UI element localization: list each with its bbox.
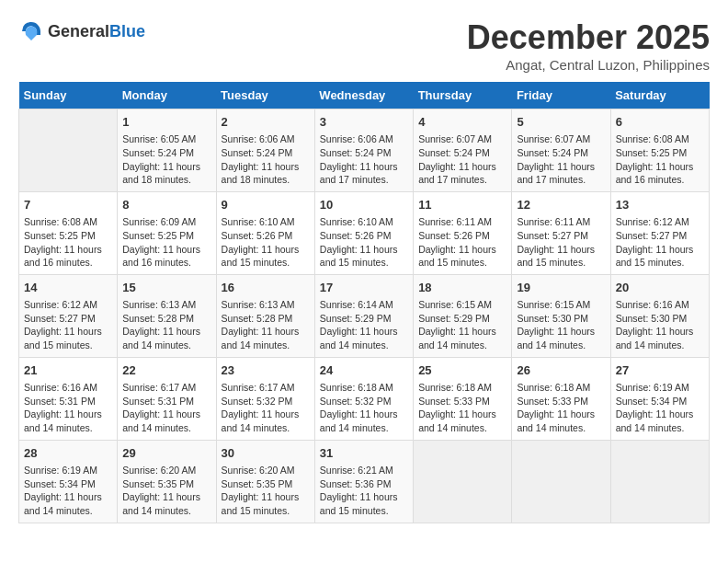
- day-info: Sunrise: 6:15 AMSunset: 5:29 PMDaylight:…: [418, 298, 506, 352]
- calendar-cell: 3Sunrise: 6:06 AMSunset: 5:24 PMDaylight…: [314, 109, 413, 192]
- day-number: 29: [122, 445, 210, 462]
- day-info: Sunrise: 6:18 AMSunset: 5:33 PMDaylight:…: [418, 381, 506, 435]
- day-info: Sunrise: 6:06 AMSunset: 5:24 PMDaylight:…: [222, 132, 310, 187]
- day-info: Sunrise: 6:10 AMSunset: 5:26 PMDaylight:…: [222, 215, 310, 270]
- day-info: Sunrise: 6:12 AMSunset: 5:27 PMDaylight:…: [24, 298, 112, 352]
- week-row-3: 14Sunrise: 6:12 AMSunset: 5:27 PMDayligh…: [19, 274, 710, 357]
- day-info: Sunrise: 6:10 AMSunset: 5:26 PMDaylight:…: [320, 215, 408, 270]
- day-number: 23: [222, 362, 310, 379]
- header-row: SundayMondayTuesdayWednesdayThursdayFrid…: [19, 82, 710, 109]
- calendar-cell: 11Sunrise: 6:11 AMSunset: 5:26 PMDayligh…: [414, 191, 512, 274]
- calendar-cell: 12Sunrise: 6:11 AMSunset: 5:27 PMDayligh…: [512, 191, 610, 274]
- calendar-cell: 6Sunrise: 6:08 AMSunset: 5:25 PMDaylight…: [610, 109, 709, 192]
- calendar-cell: 26Sunrise: 6:18 AMSunset: 5:33 PMDayligh…: [512, 357, 610, 440]
- calendar-cell: 8Sunrise: 6:09 AMSunset: 5:25 PMDaylight…: [118, 191, 216, 274]
- calendar-cell: 2Sunrise: 6:06 AMSunset: 5:24 PMDaylight…: [216, 109, 314, 192]
- day-number: 3: [320, 114, 408, 131]
- calendar-cell: [414, 440, 512, 523]
- calendar-cell: 7Sunrise: 6:08 AMSunset: 5:25 PMDaylight…: [19, 191, 118, 274]
- day-info: Sunrise: 6:15 AMSunset: 5:30 PMDaylight:…: [517, 298, 605, 352]
- day-number: 19: [517, 280, 605, 296]
- calendar-cell: 9Sunrise: 6:10 AMSunset: 5:26 PMDaylight…: [216, 191, 314, 274]
- logo-blue-text: Blue: [109, 22, 145, 40]
- day-info: Sunrise: 6:07 AMSunset: 5:24 PMDaylight:…: [517, 132, 605, 187]
- day-number: 21: [24, 362, 112, 379]
- day-number: 27: [616, 362, 704, 379]
- main-title: December 2025: [467, 18, 710, 57]
- day-header-thursday: Thursday: [414, 82, 512, 109]
- day-number: 22: [122, 362, 210, 379]
- day-info: Sunrise: 6:18 AMSunset: 5:32 PMDaylight:…: [320, 381, 408, 435]
- day-number: 26: [517, 362, 605, 379]
- day-number: 17: [320, 280, 408, 296]
- calendar-cell: 16Sunrise: 6:13 AMSunset: 5:28 PMDayligh…: [216, 274, 314, 357]
- day-info: Sunrise: 6:16 AMSunset: 5:30 PMDaylight:…: [616, 298, 704, 352]
- day-info: Sunrise: 6:16 AMSunset: 5:31 PMDaylight:…: [24, 381, 112, 435]
- calendar-cell: 30Sunrise: 6:20 AMSunset: 5:35 PMDayligh…: [216, 440, 314, 523]
- header: GeneralBlue December 2025 Angat, Central…: [18, 18, 710, 73]
- calendar-cell: 31Sunrise: 6:21 AMSunset: 5:36 PMDayligh…: [314, 440, 413, 523]
- logo-icon: [18, 18, 44, 44]
- calendar-cell: 17Sunrise: 6:14 AMSunset: 5:29 PMDayligh…: [314, 274, 413, 357]
- day-header-friday: Friday: [512, 82, 610, 109]
- day-info: Sunrise: 6:17 AMSunset: 5:31 PMDaylight:…: [122, 381, 210, 435]
- day-number: 5: [517, 114, 605, 131]
- logo-general-text: General: [48, 22, 109, 40]
- week-row-4: 21Sunrise: 6:16 AMSunset: 5:31 PMDayligh…: [19, 357, 710, 440]
- day-number: 25: [418, 362, 506, 379]
- day-info: Sunrise: 6:19 AMSunset: 5:34 PMDaylight:…: [24, 464, 112, 518]
- day-info: Sunrise: 6:20 AMSunset: 5:35 PMDaylight:…: [122, 464, 210, 518]
- calendar-cell: 13Sunrise: 6:12 AMSunset: 5:27 PMDayligh…: [610, 191, 709, 274]
- day-number: 13: [616, 197, 704, 213]
- day-header-saturday: Saturday: [610, 82, 709, 109]
- day-header-sunday: Sunday: [19, 82, 118, 109]
- calendar-cell: 5Sunrise: 6:07 AMSunset: 5:24 PMDaylight…: [512, 109, 610, 192]
- day-header-wednesday: Wednesday: [314, 82, 413, 109]
- calendar-cell: 18Sunrise: 6:15 AMSunset: 5:29 PMDayligh…: [414, 274, 512, 357]
- day-number: 1: [122, 114, 210, 131]
- day-info: Sunrise: 6:06 AMSunset: 5:24 PMDaylight:…: [320, 132, 408, 187]
- day-info: Sunrise: 6:11 AMSunset: 5:27 PMDaylight:…: [517, 215, 605, 270]
- day-header-monday: Monday: [118, 82, 216, 109]
- day-info: Sunrise: 6:13 AMSunset: 5:28 PMDaylight:…: [222, 298, 310, 352]
- calendar-cell: 19Sunrise: 6:15 AMSunset: 5:30 PMDayligh…: [512, 274, 610, 357]
- day-info: Sunrise: 6:18 AMSunset: 5:33 PMDaylight:…: [517, 381, 605, 435]
- day-number: 28: [24, 445, 112, 462]
- calendar-table: SundayMondayTuesdayWednesdayThursdayFrid…: [18, 82, 710, 523]
- day-number: 16: [222, 280, 310, 296]
- title-area: December 2025 Angat, Central Luzon, Phil…: [467, 18, 710, 73]
- day-number: 20: [616, 280, 704, 296]
- calendar-cell: [19, 109, 118, 192]
- day-number: 31: [320, 445, 408, 462]
- day-number: 10: [320, 197, 408, 213]
- calendar-cell: 15Sunrise: 6:13 AMSunset: 5:28 PMDayligh…: [118, 274, 216, 357]
- day-info: Sunrise: 6:08 AMSunset: 5:25 PMDaylight:…: [24, 215, 112, 270]
- day-info: Sunrise: 6:13 AMSunset: 5:28 PMDaylight:…: [122, 298, 210, 352]
- calendar-cell: 4Sunrise: 6:07 AMSunset: 5:24 PMDaylight…: [414, 109, 512, 192]
- day-number: 11: [418, 197, 506, 213]
- calendar-cell: 29Sunrise: 6:20 AMSunset: 5:35 PMDayligh…: [118, 440, 216, 523]
- day-info: Sunrise: 6:09 AMSunset: 5:25 PMDaylight:…: [122, 215, 210, 270]
- day-number: 12: [517, 197, 605, 213]
- day-number: 6: [616, 114, 704, 131]
- calendar-cell: 10Sunrise: 6:10 AMSunset: 5:26 PMDayligh…: [314, 191, 413, 274]
- day-info: Sunrise: 6:17 AMSunset: 5:32 PMDaylight:…: [222, 381, 310, 435]
- day-number: 18: [418, 280, 506, 296]
- day-number: 4: [418, 114, 506, 131]
- day-number: 30: [222, 445, 310, 462]
- day-info: Sunrise: 6:11 AMSunset: 5:26 PMDaylight:…: [418, 215, 506, 270]
- calendar-cell: 24Sunrise: 6:18 AMSunset: 5:32 PMDayligh…: [314, 357, 413, 440]
- calendar-cell: 28Sunrise: 6:19 AMSunset: 5:34 PMDayligh…: [19, 440, 118, 523]
- calendar-cell: 23Sunrise: 6:17 AMSunset: 5:32 PMDayligh…: [216, 357, 314, 440]
- day-info: Sunrise: 6:21 AMSunset: 5:36 PMDaylight:…: [320, 464, 408, 518]
- calendar-cell: [512, 440, 610, 523]
- day-info: Sunrise: 6:08 AMSunset: 5:25 PMDaylight:…: [616, 132, 704, 187]
- day-number: 14: [24, 280, 112, 296]
- calendar-cell: 27Sunrise: 6:19 AMSunset: 5:34 PMDayligh…: [610, 357, 709, 440]
- day-header-tuesday: Tuesday: [216, 82, 314, 109]
- calendar-cell: 20Sunrise: 6:16 AMSunset: 5:30 PMDayligh…: [610, 274, 709, 357]
- calendar-cell: [610, 440, 709, 523]
- day-info: Sunrise: 6:07 AMSunset: 5:24 PMDaylight:…: [418, 132, 506, 187]
- day-info: Sunrise: 6:12 AMSunset: 5:27 PMDaylight:…: [616, 215, 704, 270]
- week-row-2: 7Sunrise: 6:08 AMSunset: 5:25 PMDaylight…: [19, 191, 710, 274]
